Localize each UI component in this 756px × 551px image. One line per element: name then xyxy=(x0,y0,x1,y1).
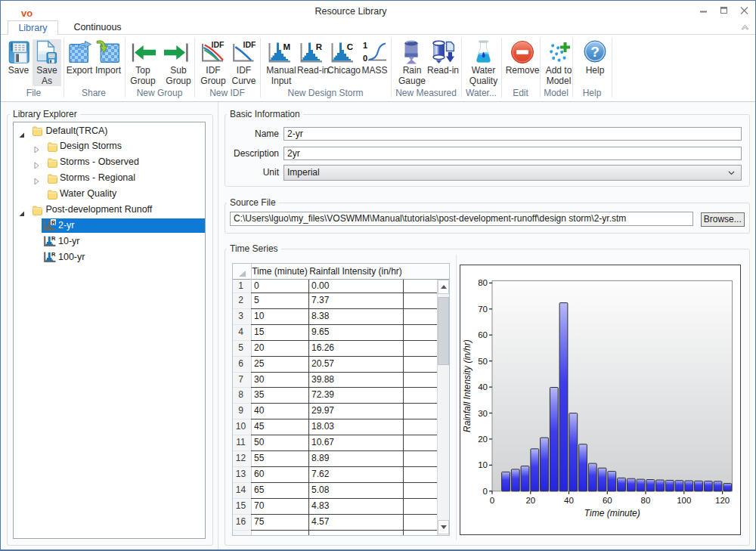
svg-text:20: 20 xyxy=(478,435,488,444)
svg-text:?: ? xyxy=(590,44,600,60)
svg-text:IDF: IDF xyxy=(243,41,256,49)
svg-text:IDF: IDF xyxy=(212,41,225,49)
svg-text:M: M xyxy=(283,42,290,51)
svg-text:10: 10 xyxy=(478,460,488,469)
svg-text:40: 40 xyxy=(478,382,488,392)
svg-text:80: 80 xyxy=(478,278,488,287)
svg-text:Rainfall Intensity (in/hr): Rainfall Intensity (in/hr) xyxy=(462,339,472,432)
svg-text:100: 100 xyxy=(677,496,691,505)
svg-text:Time (minute): Time (minute) xyxy=(584,508,640,518)
svg-text:R: R xyxy=(316,42,323,51)
svg-text:50: 50 xyxy=(478,357,488,366)
svg-text:60: 60 xyxy=(478,330,488,339)
svg-text:1: 1 xyxy=(363,41,367,50)
svg-text:R: R xyxy=(51,235,56,242)
svg-text:60: 60 xyxy=(603,496,612,505)
svg-text:70: 70 xyxy=(478,305,488,314)
svg-text:R: R xyxy=(51,219,56,226)
svg-text:R: R xyxy=(51,251,56,258)
svg-text:120: 120 xyxy=(715,496,730,505)
svg-text:0: 0 xyxy=(490,496,494,505)
svg-text:0: 0 xyxy=(363,54,367,63)
svg-text:40: 40 xyxy=(564,496,574,505)
svg-text:30: 30 xyxy=(478,409,488,418)
svg-text:0: 0 xyxy=(483,487,488,496)
svg-text:20: 20 xyxy=(525,496,535,505)
svg-text:C: C xyxy=(347,42,353,51)
svg-text:80: 80 xyxy=(641,496,651,505)
